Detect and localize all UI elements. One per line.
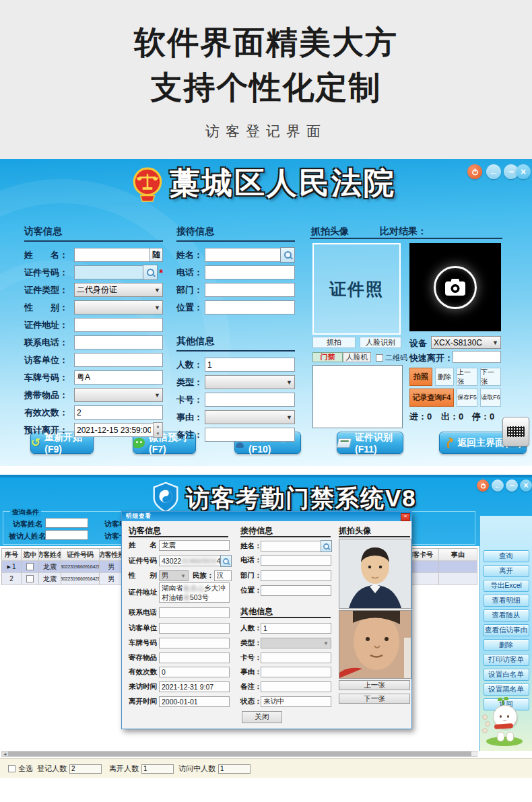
col-header-select[interactable]: 选中: [22, 548, 39, 561]
registered-count-input[interactable]: [69, 764, 102, 774]
reception-phone-input[interactable]: [205, 265, 295, 279]
close-button[interactable]: ×: [520, 479, 532, 492]
horizontal-scrollbar[interactable]: ◄: [1, 751, 477, 757]
dialog-next-photo-button[interactable]: 下一张: [339, 694, 410, 704]
view-detail-button[interactable]: 查看明细: [484, 595, 529, 607]
view-petition-reason-button[interactable]: 查看信访事由: [484, 624, 529, 636]
reception-dept-input[interactable]: [261, 570, 331, 581]
type-select[interactable]: ▼: [205, 375, 295, 389]
select-all-checkbox[interactable]: [8, 765, 15, 772]
dialog-titlebar[interactable]: 明细查看: [122, 512, 411, 521]
reason-input[interactable]: [261, 667, 331, 677]
visiting-count-input[interactable]: [218, 764, 251, 774]
power-button[interactable]: [467, 164, 482, 179]
col-header-name[interactable]: 访客姓名: [39, 548, 61, 561]
delete-photo-button[interactable]: 删除: [435, 368, 454, 386]
id-search-button[interactable]: [143, 265, 158, 280]
query-interviewee-input[interactable]: [45, 530, 88, 540]
col-header-gender[interactable]: 访客性别: [100, 548, 124, 561]
power-button[interactable]: [477, 479, 489, 492]
company-input[interactable]: [159, 623, 230, 634]
qr-checkbox[interactable]: [376, 354, 383, 362]
card-input[interactable]: [261, 653, 331, 663]
left-count-input[interactable]: [141, 764, 174, 774]
id-number-value[interactable]: 430223196609164219: [159, 556, 221, 566]
next-photo-button[interactable]: 下一张: [480, 368, 501, 386]
close-button[interactable]: ×: [516, 164, 531, 179]
nation-input[interactable]: [214, 570, 232, 581]
leave-time-input[interactable]: [159, 696, 230, 707]
valid-count-input[interactable]: [74, 405, 163, 420]
col-header-id[interactable]: 证件号码: [61, 548, 100, 561]
id-address-input[interactable]: [74, 318, 163, 332]
phone-input[interactable]: [74, 335, 163, 349]
print-visitor-slip-button[interactable]: 打印访客单: [484, 654, 529, 666]
reason-select[interactable]: ▼: [205, 410, 295, 424]
export-excel-button[interactable]: 导出Excel: [484, 580, 529, 592]
reception-dept-input[interactable]: [205, 283, 295, 297]
people-count-input[interactable]: [205, 358, 295, 372]
reception-location-input[interactable]: [261, 585, 331, 596]
reception-search-button[interactable]: [321, 540, 332, 552]
leave-button[interactable]: 离开: [484, 565, 529, 577]
id-type-select[interactable]: 二代身份证▼: [74, 283, 163, 297]
scrollbar-thumb[interactable]: [8, 751, 471, 756]
gender-select[interactable]: 男▼: [159, 570, 189, 581]
snap-button[interactable]: 抓拍: [312, 337, 356, 348]
people-count-input[interactable]: [261, 623, 331, 634]
status-input[interactable]: [261, 696, 331, 707]
col-header-reason[interactable]: 事由: [439, 548, 477, 561]
tab-face-machine[interactable]: 人脸机: [343, 352, 371, 362]
card-input[interactable]: [205, 393, 295, 407]
name-input[interactable]: [159, 540, 230, 551]
dialog-close-button[interactable]: ×: [401, 513, 410, 521]
device-select[interactable]: XCX-S8130C▼: [431, 336, 501, 349]
random-name-button[interactable]: 随: [149, 248, 163, 262]
dialog-close-action-button[interactable]: 关闭: [242, 711, 282, 723]
reception-phone-input[interactable]: [261, 555, 331, 566]
virtual-keyboard-button[interactable]: [502, 417, 529, 446]
back-button[interactable]: ←: [486, 164, 501, 179]
id-search-button[interactable]: [220, 555, 232, 567]
reception-name-input[interactable]: [261, 541, 321, 552]
reception-name-input[interactable]: [205, 248, 281, 262]
col-header-no[interactable]: 序号: [1, 548, 22, 561]
company-input[interactable]: [74, 353, 163, 367]
save-f5-button[interactable]: 保存F5: [457, 389, 477, 407]
visit-time-input[interactable]: [159, 681, 230, 692]
set-whitelist-button[interactable]: 设置白名单: [484, 669, 529, 681]
reception-location-input[interactable]: [205, 300, 295, 314]
plate-input[interactable]: [74, 370, 163, 385]
time-spinner[interactable]: ▲▼: [153, 422, 163, 438]
remark-input[interactable]: [261, 681, 331, 692]
address-value[interactable]: 湖南省攸县山乡大冲村油铺巷503号: [159, 582, 230, 603]
scroll-left-arrow-icon[interactable]: ◄: [2, 751, 8, 756]
face-recognition-button[interactable]: 人脸识别: [360, 337, 401, 348]
delete-button[interactable]: 删除: [484, 639, 529, 651]
prev-photo-button[interactable]: 上一张: [457, 368, 477, 386]
row-checkbox[interactable]: [26, 563, 34, 570]
back-button[interactable]: ←: [492, 479, 504, 492]
type-select[interactable]: ▼: [261, 638, 331, 648]
phone-input[interactable]: [159, 607, 230, 618]
minimize-button[interactable]: −: [506, 479, 518, 492]
visitor-name-input[interactable]: [74, 248, 150, 262]
tab-door-access[interactable]: 门禁: [312, 352, 343, 362]
dialog-prev-photo-button[interactable]: 上一张: [339, 680, 410, 690]
deposit-input[interactable]: [159, 653, 230, 663]
valid-count-input[interactable]: [159, 667, 230, 677]
quick-leave-input[interactable]: [453, 351, 501, 363]
row-checkbox[interactable]: [26, 575, 34, 582]
items-select[interactable]: ▼: [74, 388, 163, 402]
remark-input[interactable]: [205, 428, 295, 442]
record-query-button[interactable]: 记录查询F4: [409, 389, 454, 407]
take-photo-button[interactable]: 拍照: [409, 368, 432, 386]
device-list-box[interactable]: [312, 365, 403, 428]
query-button[interactable]: 查询: [484, 550, 529, 562]
plate-input[interactable]: [159, 638, 230, 648]
query-visitor-name-input[interactable]: [45, 518, 88, 528]
set-blacklist-button[interactable]: 设置黑名单: [484, 683, 529, 696]
gender-select[interactable]: ▼: [74, 300, 163, 314]
read-f6-button[interactable]: 读取F6: [480, 389, 501, 407]
view-companion-button[interactable]: 查看随从: [484, 609, 529, 622]
